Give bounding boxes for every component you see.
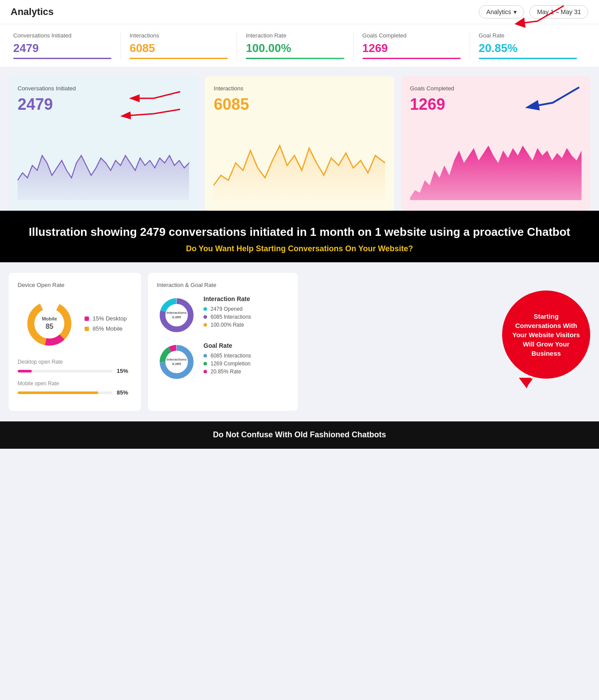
desktop-progress-fill: [18, 370, 32, 372]
goal-rate-item-completion: 1269 Completion: [203, 361, 251, 367]
rate-label: 20.85% Rate: [211, 369, 241, 375]
mobile-rate-label: Mobile open Rate: [18, 380, 132, 387]
legend-dot-mobile: [85, 327, 89, 331]
bottom-bar-text: Do Not Confuse With Old Fashioned Chatbo…: [213, 430, 386, 439]
goal-rate-item-rate: 20.85% Rate: [203, 369, 251, 375]
desktop-pct-label: 15%: [117, 368, 132, 374]
interaction-rate-section: Interactions6,085 Interaction Rate 2479 …: [157, 295, 289, 335]
stat-bar: [479, 58, 577, 59]
stat-value: 20.85%: [479, 41, 577, 55]
goal-rate-title: Goal Rate: [203, 342, 251, 349]
legend-dot-desktop: [85, 316, 89, 321]
rate-dot: [203, 370, 207, 373]
rate-label: 1269 Completion: [211, 361, 251, 367]
speech-bubble-text: Starting Conversations With Your Website…: [511, 312, 581, 358]
rate-label: 2479 Opened: [211, 306, 243, 312]
area-chart-goals: [410, 121, 581, 200]
stat-interaction-rate: Interaction Rate 100.00%: [237, 32, 353, 59]
banner: Illustration showing 2479 conversations …: [0, 211, 599, 262]
chart-conversations-initiated: Conversations Initiated 2479: [9, 76, 198, 211]
speech-bubble: Starting Conversations With Your Website…: [502, 290, 590, 379]
stat-value: 100.00%: [246, 41, 344, 55]
stat-value: 2479: [13, 41, 111, 55]
progress-section: Desktop open Rate 15% Mobile open Rate 8…: [18, 359, 132, 396]
stat-label: Interactions: [129, 32, 228, 39]
banner-main-text: Illustration showing 2479 conversations …: [18, 224, 581, 240]
rate-label: 6085 Interactions: [211, 353, 251, 359]
stat-bar: [362, 58, 461, 59]
rate-dot: [203, 323, 207, 327]
rate-item-rate: 100.00% Rate: [203, 322, 251, 328]
rate-label: 6085 Interactions: [211, 314, 251, 320]
donut-legend: 15% Desktop 85% Mobile: [85, 315, 126, 332]
rate-label: 100.00% Rate: [211, 322, 244, 328]
stat-label: Conversations Initiated: [13, 32, 111, 39]
donut-wrapper: Mobile85 15% Desktop 85% Mobile: [18, 297, 132, 350]
interaction-rate-info: Interaction Rate 2479 Opened 6085 Intera…: [203, 295, 251, 330]
device-open-rate-card: Device Open Rate Mobile85 15% Desktop: [9, 273, 141, 411]
goal-donut-label: Interactions6,085: [166, 358, 186, 366]
blue-arrow-goals: [504, 83, 584, 114]
goal-rate-section: Interactions6,085 Goal Rate 6085 Interac…: [157, 342, 289, 382]
stat-goals-completed: Goals Completed 1269: [354, 32, 470, 59]
interaction-rate-title: Interaction Rate: [203, 295, 251, 302]
mobile-pct-label: 85%: [117, 389, 132, 396]
goal-donut: Interactions6,085: [157, 342, 196, 382]
stat-value: 1269: [362, 41, 461, 55]
mobile-progress-fill: [18, 391, 98, 394]
lower-section: Device Open Rate Mobile85 15% Desktop: [0, 262, 599, 421]
red-arrow-annotation: [493, 1, 573, 32]
mobile-progress-track: [18, 391, 112, 394]
banner-sub-text: Do You Want Help Starting Conversations …: [18, 244, 581, 253]
stat-bar: [13, 58, 111, 59]
stat-value: 6085: [129, 41, 228, 55]
stat-label: Goals Completed: [362, 32, 461, 39]
rate-item-interactions: 6085 Interactions: [203, 314, 251, 320]
mobile-progress-row: 85%: [18, 389, 132, 396]
goal-rate-info: Goal Rate 6085 Interactions 1269 Complet…: [203, 342, 251, 376]
donut-center-label: Mobile85: [42, 316, 57, 331]
interaction-donut-label: Interactions6,085: [166, 311, 186, 320]
chart-title: Interactions: [214, 85, 385, 92]
stat-label: Interaction Rate: [246, 32, 344, 39]
legend-item-mobile: 85% Mobile: [85, 325, 126, 332]
spacer: [157, 335, 289, 342]
chart-value: 6085: [214, 95, 385, 114]
line-chart-interactions: [214, 121, 385, 200]
legend-label-mobile: 85% Mobile: [92, 325, 122, 332]
red-arrows-chart1: [101, 85, 189, 120]
rate-item-opened: 2479 Opened: [203, 306, 251, 312]
chart-goals-completed: Goals Completed 1269: [401, 76, 590, 211]
rate-dot: [203, 307, 207, 311]
rate-dot: [203, 315, 207, 319]
goal-rate-item-interactions: 6085 Interactions: [203, 353, 251, 359]
desktop-progress-track: [18, 370, 112, 372]
desktop-progress-row: 15%: [18, 368, 132, 374]
speech-bubble-tail: [519, 378, 531, 388]
device-card-title: Device Open Rate: [18, 282, 132, 288]
rate-dot: [203, 362, 207, 365]
chart-interactions: Interactions 6085: [205, 76, 394, 211]
device-donut-chart: Mobile85: [23, 297, 76, 350]
interaction-goal-rate-card: Interaction & Goal Rate Interactions6,08…: [148, 273, 298, 411]
stat-conversations-initiated: Conversations Initiated 2479: [13, 32, 121, 59]
legend-label-desktop: 15% Desktop: [92, 315, 126, 322]
stat-interactions: Interactions 6085: [121, 32, 237, 59]
stat-bar: [246, 58, 344, 59]
stat-goal-rate: Goal Rate 20.85%: [470, 32, 586, 59]
desktop-rate-label: Desktop open Rate: [18, 359, 132, 365]
rate-dot: [203, 354, 207, 357]
page-title: Analytics: [11, 6, 54, 18]
stat-label: Goal Rate: [479, 32, 577, 39]
charts-section: Conversations Initiated 2479 Interaction…: [0, 67, 599, 211]
stat-bar: [129, 58, 228, 59]
legend-item-desktop: 15% Desktop: [85, 315, 126, 322]
interaction-card-title: Interaction & Goal Rate: [157, 282, 289, 288]
line-chart-conversations: [18, 121, 189, 200]
bottom-bar: Do Not Confuse With Old Fashioned Chatbo…: [0, 421, 599, 448]
interaction-donut: Interactions6,085: [157, 295, 196, 335]
